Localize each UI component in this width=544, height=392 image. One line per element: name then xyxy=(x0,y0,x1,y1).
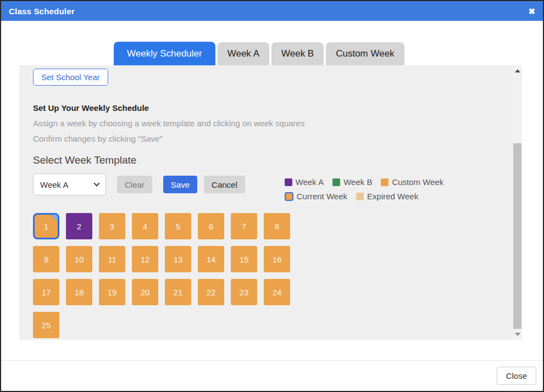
legend-item-week_b: Week B xyxy=(332,177,372,187)
week-square-11[interactable]: 11 xyxy=(99,246,125,272)
tab-week-b[interactable]: Week B xyxy=(271,42,324,65)
week-square-12[interactable]: 12 xyxy=(132,246,158,272)
week-square-13[interactable]: 13 xyxy=(165,246,191,272)
tab-week-a[interactable]: Week A xyxy=(218,42,269,65)
legend-item-current: Current Week xyxy=(285,192,347,201)
week-square-18[interactable]: 18 xyxy=(66,279,92,305)
week-square-5[interactable]: 5 xyxy=(165,213,191,239)
week-template-select[interactable]: Week A xyxy=(33,173,106,195)
scroll-down-icon[interactable] xyxy=(515,333,520,336)
legend-swatch-custom xyxy=(381,178,388,186)
tab-custom-week[interactable]: Custom Week xyxy=(326,42,404,65)
legend-item-expired: Expired Week xyxy=(356,192,418,201)
week-square-24[interactable]: 24 xyxy=(264,279,290,305)
week-square-10[interactable]: 10 xyxy=(66,246,92,272)
legend-swatch-week_a xyxy=(285,178,292,186)
legend: Week AWeek BCustom WeekCurrent WeekExpir… xyxy=(285,173,455,201)
legend-label: Custom Week xyxy=(392,177,443,187)
setup-heading: Set Up Your Weekly Schedule xyxy=(33,103,500,113)
legend-item-custom: Custom Week xyxy=(381,177,443,187)
week-square-19[interactable]: 19 xyxy=(99,279,125,305)
week-square-22[interactable]: 22 xyxy=(198,279,224,305)
week-square-25[interactable]: 25 xyxy=(33,312,59,338)
legend-swatch-expired xyxy=(356,193,364,200)
modal-footer: Close xyxy=(1,361,543,391)
instruction-line-2: Confirm changes by clicking "Save" xyxy=(33,134,500,143)
modal-title: Class Scheduler xyxy=(9,7,75,16)
close-icon[interactable]: ✖ xyxy=(528,7,535,15)
legend-swatch-week_b xyxy=(332,178,340,186)
template-controls-row: Week A Clear Save Cancel Week AWeek BCus… xyxy=(33,173,500,201)
week-square-21[interactable]: 21 xyxy=(165,279,191,305)
scrollbar-thumb[interactable] xyxy=(513,143,521,329)
modal-header: Class Scheduler ✖ xyxy=(1,1,543,21)
week-square-20[interactable]: 20 xyxy=(132,279,158,305)
week-square-8[interactable]: 8 xyxy=(264,213,290,239)
close-button[interactable]: Close xyxy=(497,367,536,385)
week-square-6[interactable]: 6 xyxy=(198,213,224,239)
week-square-14[interactable]: 14 xyxy=(198,246,224,272)
week-square-3[interactable]: 3 xyxy=(99,213,125,239)
instruction-line-1: Assign a week by choosing a week templat… xyxy=(33,119,500,128)
class-scheduler-modal: Class Scheduler ✖ Weekly SchedulerWeek A… xyxy=(0,0,544,392)
scheduler-scroll-panel: Set School Year Set Up Your Weekly Sched… xyxy=(19,65,522,340)
vertical-scrollbar[interactable] xyxy=(513,65,522,340)
save-button[interactable]: Save xyxy=(163,176,197,193)
week-squares-grid: 1234567891011121314151617181920212223242… xyxy=(33,213,290,338)
week-square-4[interactable]: 4 xyxy=(132,213,158,239)
week-square-16[interactable]: 16 xyxy=(264,246,290,272)
week-template-select-wrap: Week A xyxy=(33,173,106,195)
legend-swatch-current xyxy=(285,192,293,201)
week-square-7[interactable]: 7 xyxy=(231,213,257,239)
week-square-9[interactable]: 9 xyxy=(33,246,59,272)
clear-button[interactable]: Clear xyxy=(117,176,152,193)
legend-label: Week B xyxy=(343,177,372,187)
legend-label: Week A xyxy=(296,177,324,187)
select-week-template-heading: Select Week Template xyxy=(33,154,500,166)
tab-bar: Weekly SchedulerWeek AWeek BCustom Week xyxy=(114,42,543,65)
set-school-year-button[interactable]: Set School Year xyxy=(33,69,108,86)
week-square-1[interactable]: 1 xyxy=(33,213,59,239)
scroll-up-icon[interactable] xyxy=(515,69,520,72)
week-square-15[interactable]: 15 xyxy=(231,246,257,272)
legend-item-week_a: Week A xyxy=(285,177,324,187)
tab-weekly-scheduler[interactable]: Weekly Scheduler xyxy=(114,42,215,65)
legend-label: Current Week xyxy=(297,192,347,201)
week-square-17[interactable]: 17 xyxy=(33,279,59,305)
week-square-23[interactable]: 23 xyxy=(231,279,257,305)
legend-label: Expired Week xyxy=(367,192,418,201)
cancel-button[interactable]: Cancel xyxy=(204,176,245,193)
week-square-2[interactable]: 2 xyxy=(66,213,92,239)
